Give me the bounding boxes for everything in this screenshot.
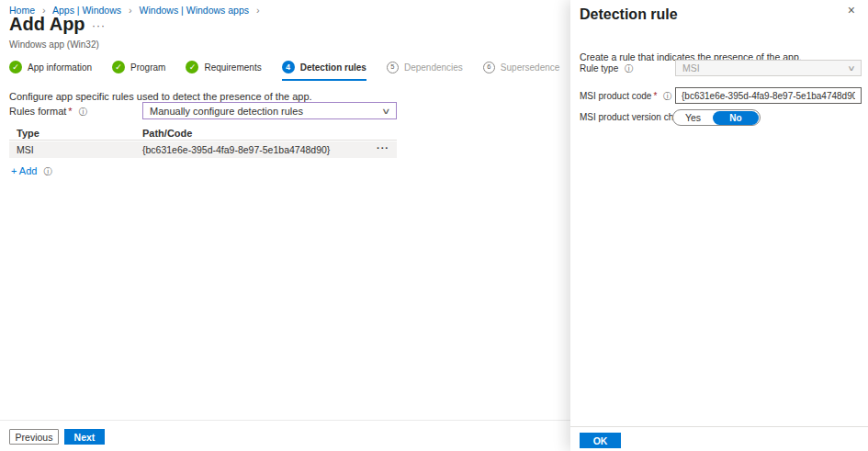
table-row[interactable]: MSI {bc631e6e-395d-4fa9-8e97-5e1ba4748d9… — [9, 141, 397, 158]
step-label: App information — [28, 62, 92, 73]
rules-format-selected-value: Manually configure detection rules — [150, 106, 303, 117]
previous-button[interactable]: Previous — [9, 429, 59, 445]
rule-type-dropdown: MSI ∨ — [675, 60, 862, 76]
column-header-path-code: Path/Code — [142, 128, 192, 139]
rules-format-label-text: Rules format — [9, 106, 66, 117]
title-more-menu-icon[interactable]: ··· — [92, 19, 106, 32]
breadcrumb-chevron-icon: › — [256, 5, 260, 16]
rule-type-cell: MSI — [17, 144, 34, 155]
msi-product-code-label: MSI product code* ⓘ — [580, 91, 672, 103]
step-number-icon: 5 — [387, 62, 399, 73]
required-asterisk: * — [68, 106, 72, 117]
msi-version-check-toggle[interactable]: Yes No — [672, 109, 761, 126]
msi-product-code-label-text: MSI product code — [580, 91, 651, 101]
ok-button[interactable]: OK — [580, 433, 621, 448]
rules-format-label: Rules format* ⓘ — [9, 106, 87, 118]
add-rule-link[interactable]: + Add ⓘ — [11, 165, 52, 178]
rule-type-selected-value: MSI — [682, 62, 700, 73]
step-number-icon: 4 — [282, 61, 295, 73]
check-icon: ✓ — [186, 61, 198, 73]
footer-divider — [0, 420, 570, 421]
msi-product-code-input[interactable] — [675, 87, 862, 104]
tab-dependencies[interactable]: 5 Dependencies — [387, 62, 463, 81]
panel-footer-divider — [570, 426, 868, 427]
panel-title: Detection rule — [580, 6, 678, 23]
step-label: Dependencies — [404, 62, 463, 73]
tab-requirements[interactable]: ✓ Requirements — [186, 61, 261, 81]
breadcrumb-link-windows-apps[interactable]: Windows | Windows apps — [140, 5, 249, 16]
required-asterisk: * — [653, 91, 657, 101]
tab-app-information[interactable]: ✓ App information — [9, 61, 92, 81]
rule-type-label: Rule type ⓘ — [580, 63, 634, 75]
page-subtitle: Windows app (Win32) — [9, 39, 99, 50]
toggle-yes-option[interactable]: Yes — [673, 112, 713, 123]
info-icon[interactable]: ⓘ — [625, 63, 634, 73]
step-number-icon: 6 — [483, 62, 495, 73]
rules-format-dropdown[interactable]: Manually configure detection rules ∨ — [142, 102, 397, 119]
step-label: Detection rules — [300, 62, 366, 73]
add-rule-label: + Add — [11, 165, 37, 176]
detection-rules-description: Configure app specific rules used to det… — [9, 91, 312, 102]
close-icon[interactable]: × — [848, 4, 855, 17]
table-header-divider — [9, 140, 397, 141]
add-app-wizard-page: Home › Apps | Windows › Windows | Window… — [0, 0, 570, 451]
next-button[interactable]: Next — [64, 429, 105, 445]
step-label: Supersedence — [501, 62, 560, 73]
chevron-down-icon: ∨ — [847, 64, 855, 73]
page-title: Add App — [9, 14, 85, 35]
chevron-down-icon: ∨ — [381, 107, 391, 116]
info-icon[interactable]: ⓘ — [663, 91, 672, 101]
toggle-no-option[interactable]: No — [713, 111, 759, 125]
info-icon[interactable]: ⓘ — [79, 107, 88, 117]
tab-program[interactable]: ✓ Program — [112, 61, 165, 81]
detection-rule-panel: Detection rule × Create a rule that indi… — [570, 0, 868, 451]
check-icon: ✓ — [9, 61, 22, 73]
step-label: Program — [130, 62, 165, 73]
rule-type-label-text: Rule type — [580, 63, 618, 73]
info-icon[interactable]: ⓘ — [44, 166, 53, 176]
tab-supersedence[interactable]: 6 Supersedence — [483, 62, 560, 81]
tab-detection-rules[interactable]: 4 Detection rules — [282, 61, 366, 81]
step-label: Requirements — [204, 62, 261, 73]
column-header-type: Type — [17, 128, 39, 139]
check-icon: ✓ — [112, 61, 125, 73]
breadcrumb-chevron-icon: › — [129, 5, 132, 16]
rule-path-code-cell: {bc631e6e-395d-4fa9-8e97-5e1ba4748d90} — [142, 144, 330, 155]
row-context-menu-icon[interactable]: ··· — [377, 142, 389, 153]
